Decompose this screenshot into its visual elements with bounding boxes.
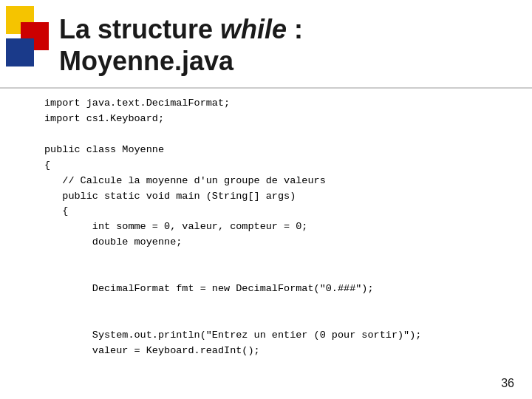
code-line-3 — [44, 127, 510, 143]
code-line-4: public class Moyenne — [44, 143, 510, 158]
title-area: La structure while : Moyenne.java — [59, 13, 517, 77]
title-line1: La structure while : — [59, 13, 517, 45]
code-line-10: double moyenne; — [44, 235, 510, 250]
title-line2: Moyenne.java — [59, 45, 517, 77]
decorative-squares — [0, 0, 52, 81]
code-line-5: { — [44, 158, 510, 174]
code-line-15 — [44, 313, 510, 328]
title-italic: while — [220, 14, 287, 44]
page-number: 36 — [501, 377, 514, 390]
code-line-17: valeur = Keyboard.readInt(); — [44, 344, 510, 359]
code-line-2: import cs1.Keyboard; — [44, 112, 510, 127]
code-line-8: { — [44, 204, 510, 219]
code-line-7: public static void main (String[] args) — [44, 189, 510, 205]
code-line-12 — [44, 266, 510, 282]
code-line-16: System.out.println("Entrez un entier (0 … — [44, 328, 510, 344]
code-line-6: // Calcule la moyenne d'un groupe de val… — [44, 174, 510, 189]
title-suffix: : — [287, 14, 303, 44]
blue-square — [6, 38, 34, 66]
code-line-14 — [44, 297, 510, 313]
divider — [0, 87, 532, 89]
code-line-13: DecimalFormat fmt = new DecimalFormat("0… — [44, 282, 510, 297]
code-line-9: int somme = 0, valeur, compteur = 0; — [44, 219, 510, 235]
code-line-1: import java.text.DecimalFormat; — [44, 96, 510, 112]
code-area: import java.text.DecimalFormat; import c… — [44, 96, 510, 359]
code-line-11 — [44, 250, 510, 266]
title-prefix: La structure — [59, 14, 220, 44]
